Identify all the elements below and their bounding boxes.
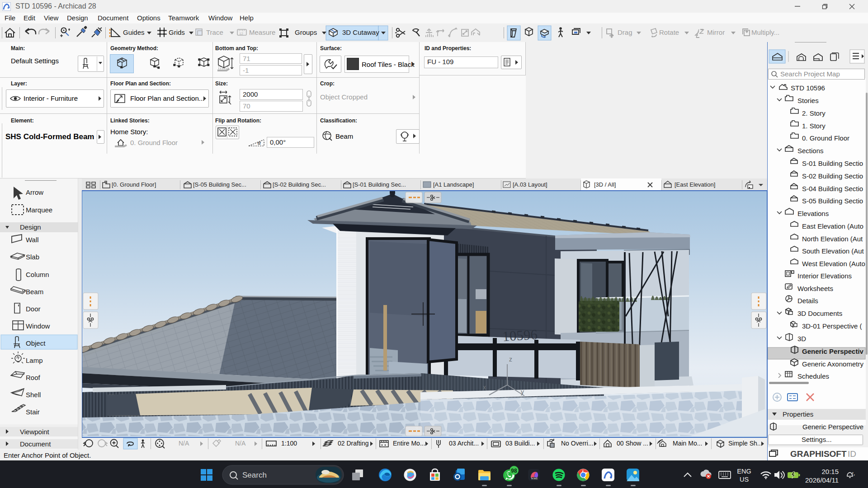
svg-text:Window: Window [26,322,50,330]
svg-text:12: 12 [239,32,243,36]
svg-text:3D: 3D [797,335,806,343]
svg-text:03 Buildi...: 03 Buildi... [505,440,535,447]
svg-text:1. Story: 1. Story [802,122,826,130]
svg-text:East Elevation (Auto: East Elevation (Auto [802,222,863,230]
svg-text:Elevations: Elevations [797,210,829,217]
svg-text:STD 10596: STD 10596 [791,84,825,92]
svg-text:2026/04/11: 2026/04/11 [805,476,839,484]
svg-text:1:100: 1:100 [281,440,297,447]
svg-text:2. Story: 2. Story [802,109,826,117]
svg-text:03 Archit...: 03 Archit... [449,440,479,447]
svg-text:Door: Door [26,305,41,313]
svg-text:[A.03 Layout]: [A.03 Layout] [513,181,547,188]
svg-text:[S-01 Building Sec...: [S-01 Building Sec... [353,181,406,188]
svg-text:Shell: Shell [26,391,41,399]
svg-text:3D Documents: 3D Documents [797,310,842,317]
svg-text:[3D / All]: [3D / All] [594,181,616,188]
svg-text:20:15: 20:15 [821,468,839,475]
svg-text:Wall: Wall [26,236,39,244]
svg-text:Entire Mo...: Entire Mo... [393,440,425,447]
svg-text:3D-01 Perspective (: 3D-01 Perspective ( [802,322,862,330]
svg-text:Stories: Stories [797,97,819,104]
svg-text:Search Project Map: Search Project Map [780,70,840,78]
svg-text:98: 98 [511,468,517,474]
svg-text:Beam: Beam [26,288,43,296]
svg-text:y: y [521,388,524,395]
svg-text:Interior Elevations: Interior Elevations [797,272,852,280]
svg-text:Details: Details [797,297,818,305]
svg-text:ENG: ENG [737,468,751,475]
svg-text:US: US [740,476,749,483]
svg-text:Stair: Stair [26,408,40,416]
svg-text:Slab: Slab [26,253,39,261]
svg-text:[0. Ground Floor]: [0. Ground Floor] [112,181,156,188]
svg-text:Document: Document [20,440,51,448]
svg-text:Roof: Roof [26,374,41,381]
svg-text:S-05 Building Sectio: S-05 Building Sectio [802,197,863,205]
svg-text:[A1 Landscape]: [A1 Landscape] [433,181,474,188]
svg-text:Arrow: Arrow [26,188,43,196]
svg-text:z: z [509,356,512,363]
svg-text:02 Drafting: 02 Drafting [338,440,368,447]
svg-text:α: α [258,139,261,146]
svg-text:[S-02 Building Sec...: [S-02 Building Sec... [273,181,326,188]
svg-text:N/A: N/A [179,440,189,447]
svg-text:Lamp: Lamp [26,357,43,364]
svg-text:North Elevation (Aut: North Elevation (Aut [802,235,863,243]
svg-text:Sections: Sections [797,147,824,155]
svg-text:S-04 Building Sectio: S-04 Building Sectio [802,185,863,192]
svg-text:Generic Axonometry: Generic Axonometry [802,360,863,368]
svg-text:Generic Perspectiv: Generic Perspectiv [802,347,864,355]
svg-text:Worksheets: Worksheets [797,285,833,292]
svg-text:00 Show ...: 00 Show ... [617,440,648,447]
svg-text:[S-05 Building Sec...: [S-05 Building Sec... [193,181,246,188]
svg-text:Schedules: Schedules [797,372,829,380]
svg-text:ID: ID [848,449,856,459]
svg-text:[East Elevation]: [East Elevation] [675,181,715,188]
svg-text:Viewpoint: Viewpoint [20,428,50,436]
svg-text:M365: M365 [531,477,538,480]
svg-text:South Elevation (Aut: South Elevation (Aut [802,247,864,255]
svg-text:Column: Column [26,271,49,278]
svg-text:Search: Search [242,471,267,479]
svg-text:Design: Design [20,223,41,231]
svg-text:S-01 Building Sectio: S-01 Building Sectio [802,160,863,167]
svg-text:S-02 Building Sectio: S-02 Building Sectio [802,172,863,180]
svg-text:Generic Perspective: Generic Perspective [802,423,863,431]
svg-text:Marquee: Marquee [26,206,52,214]
svg-text:No Overri...: No Overri... [561,440,594,447]
svg-text:Settings...: Settings... [802,436,832,443]
svg-text:0. Ground Floor: 0. Ground Floor [802,134,849,142]
svg-text:West Elevation (Auto: West Elevation (Auto [802,260,865,267]
svg-text:Simple Sh...: Simple Sh... [728,440,762,447]
svg-text:N/A: N/A [235,440,246,447]
svg-text:Main Mo...: Main Mo... [673,440,702,447]
svg-text:Object: Object [26,339,46,347]
svg-text:z: z [854,474,855,476]
svg-text:x: x [483,384,486,391]
svg-text:Properties: Properties [783,410,813,418]
svg-text:GRAPHISOFT: GRAPHISOFT [790,449,847,459]
svg-text:10596: 10596 [502,326,538,344]
